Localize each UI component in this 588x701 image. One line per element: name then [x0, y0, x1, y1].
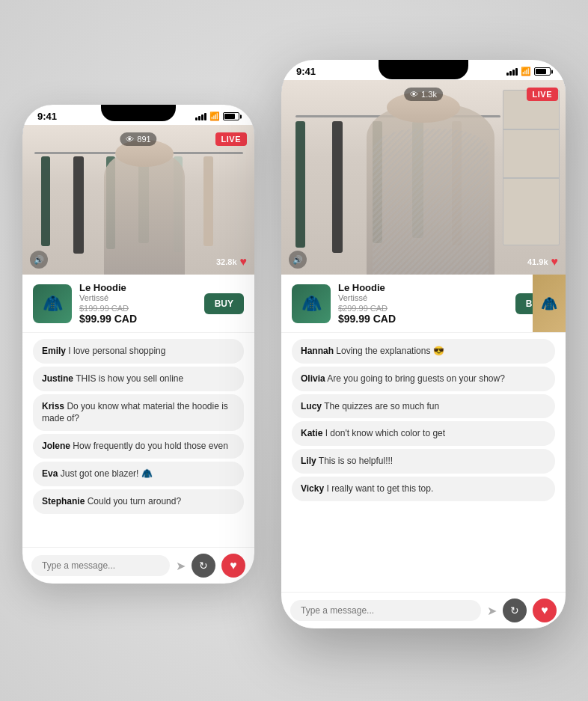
eye-icon-left: 👁 — [126, 135, 134, 144]
volume-icon-right[interactable]: 🔊 — [289, 251, 307, 269]
message-input-left[interactable] — [31, 555, 170, 576]
list-item: Hannah Loving the explanations 😎 — [292, 339, 555, 364]
like-count-right: 41.9k ♥ — [527, 255, 558, 269]
product-name-left: Le Hoodie — [79, 282, 197, 293]
eye-icon-right: 👁 — [410, 90, 418, 99]
status-time-left: 9:41 — [37, 111, 57, 122]
list-item: Lily This is so helpful!!! — [292, 449, 555, 474]
list-item: Jolene How frequently do you hold those … — [33, 434, 244, 459]
username: Justine — [42, 373, 73, 384]
message-text: How frequently do you hold those even — [73, 441, 227, 451]
username: Eva — [42, 468, 58, 479]
product-emoji-left: 🧥 — [43, 294, 63, 313]
status-icons-left: 📶 — [195, 111, 239, 121]
message-text: I love personal shopping — [68, 346, 165, 356]
notch-left — [101, 105, 176, 121]
message-text: Loving the explanations 😎 — [336, 346, 444, 356]
heart-icon-left: ♥ — [240, 255, 248, 269]
list-item: Emily I love personal shopping — [33, 339, 244, 364]
message-text: Do you know what material the hoodie is … — [42, 401, 228, 424]
message-text: The quizzes are so much fun — [324, 401, 439, 411]
product-emoji-right: 🧥 — [301, 294, 322, 313]
list-item: Stephanie Could you turn around? — [33, 489, 244, 514]
username: Katie — [301, 428, 322, 438]
message-text: Could you turn around? — [88, 496, 181, 506]
product-card-right: 🧥 Le Hoodie Vertissé $299.99 CAD $99.99 … — [281, 275, 566, 333]
scene: 9:41 📶 — [0, 0, 588, 701]
list-item: Katie I don't know which color to get — [292, 421, 555, 446]
username: Hannah — [301, 346, 334, 356]
list-item: Lucy The quizzes are so much fun — [292, 394, 555, 419]
phone-left: 9:41 📶 — [22, 105, 254, 584]
send-icon-right[interactable]: ➤ — [487, 604, 497, 618]
battery-right — [534, 67, 551, 76]
message-text: I really want to get this top. — [327, 483, 434, 494]
product-brand-right: Vertissé — [338, 293, 508, 302]
chat-area-right: Hannah Loving the explanations 😎 Olivia … — [281, 333, 566, 592]
list-item: Eva Just got one blazer! 🧥 — [33, 462, 244, 486]
username: Olivia — [301, 373, 325, 384]
status-icons-right: 📶 — [506, 67, 551, 76]
share-button-right[interactable]: ↻ — [503, 599, 527, 622]
chat-area-left: Emily I love personal shopping Justine T… — [22, 333, 254, 547]
list-item: Olivia Are you going to bring guests on … — [292, 367, 555, 391]
message-input-right[interactable] — [290, 600, 481, 621]
username: Vicky — [301, 483, 324, 494]
product-thumb-right: 🧥 — [292, 284, 331, 323]
video-left: 👁 891 LIVE 🔊 32.8k ♥ — [22, 125, 254, 275]
product-info-right: Le Hoodie Vertissé $299.99 CAD $99.99 CA… — [338, 282, 508, 325]
message-text: THIS is how you sell online — [76, 373, 183, 384]
list-item: Kriss Do you know what material the hood… — [33, 394, 244, 432]
username: Lily — [301, 456, 316, 466]
username: Lucy — [301, 401, 322, 411]
send-icon-left[interactable]: ➤ — [176, 559, 186, 573]
product-info-left: Le Hoodie Vertissé $199.99 CAD $99.99 CA… — [79, 282, 197, 325]
product-price-old-left: $199.99 CAD — [79, 304, 197, 313]
live-badge-right: LIVE — [527, 88, 558, 101]
username: Stephanie — [42, 496, 85, 506]
message-text: Are you going to bring guests on your sh… — [327, 373, 504, 384]
username: Kriss — [42, 401, 64, 411]
message-text: Just got one blazer! 🧥 — [61, 468, 153, 479]
phone-right: 9:41 📶 — [281, 60, 566, 628]
battery-left — [223, 112, 239, 120]
product-name-right: Le Hoodie — [338, 282, 508, 293]
views-counter-right: 👁 1.3k — [404, 88, 443, 101]
buy-button-left[interactable]: BUY — [204, 293, 244, 314]
wifi-right: 📶 — [521, 67, 531, 76]
volume-icon-left[interactable]: 🔊 — [30, 251, 48, 269]
product-price-new-right: $99.99 CAD — [338, 313, 508, 325]
list-item: Justine THIS is how you sell online — [33, 367, 244, 391]
status-time-right: 9:41 — [296, 66, 316, 77]
views-counter-left: 👁 891 — [120, 132, 156, 146]
message-text: I don't know which color to get — [325, 428, 445, 438]
product-price-new-left: $99.99 CAD — [79, 313, 197, 325]
message-input-area-left: ➤ ↻ ♥ — [22, 547, 254, 584]
signal-left — [195, 113, 206, 120]
notch-right — [379, 60, 468, 79]
product-thumb-left: 🧥 — [33, 284, 72, 323]
message-text: This is so helpful!!! — [319, 456, 393, 466]
live-badge-left: LIVE — [215, 132, 247, 146]
heart-button-right[interactable]: ♥ — [533, 599, 557, 622]
username: Emily — [42, 346, 66, 356]
product-brand-left: Vertissé — [79, 293, 197, 302]
heart-button-left[interactable]: ♥ — [221, 554, 245, 578]
list-item: Vicky I really want to get this top. — [292, 477, 555, 501]
product-price-old-right: $299.99 CAD — [338, 304, 508, 313]
product-extra-peek: 🧥 — [533, 275, 566, 332]
product-card-left: 🧥 Le Hoodie Vertissé $199.99 CAD $99.99 … — [22, 275, 254, 333]
wifi-left: 📶 — [209, 111, 220, 121]
signal-right — [506, 68, 518, 76]
share-button-left[interactable]: ↻ — [192, 554, 215, 578]
message-input-area-right: ➤ ↻ ♥ — [281, 592, 566, 628]
video-right: 👁 1.3k LIVE 🔊 41.9k ♥ — [281, 80, 566, 275]
heart-icon-right: ♥ — [551, 255, 559, 269]
username: Jolene — [42, 441, 70, 451]
like-count-left: 32.8k ♥ — [216, 255, 247, 269]
